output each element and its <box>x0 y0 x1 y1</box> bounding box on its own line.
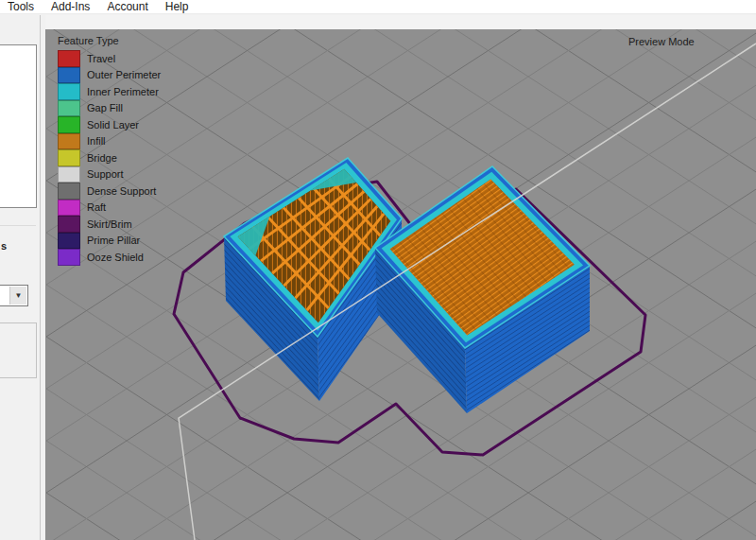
legend-label: Gap Fill <box>87 102 123 113</box>
feature-type-legend: Feature Type TravelOuter PerimeterInner … <box>58 35 161 266</box>
panel-splitter[interactable] <box>40 15 41 540</box>
legend-swatch <box>58 233 80 250</box>
legend-label: Inner Perimeter <box>87 86 159 97</box>
menu-item-account[interactable]: Account <box>107 0 147 14</box>
legend-item: Prime Pillar <box>58 233 161 250</box>
legend-label: Skirt/Brim <box>87 218 132 230</box>
legend-item: Gap Fill <box>58 100 161 117</box>
legend-label: Solid Layer <box>87 119 139 131</box>
legend-item: Ooze Shield <box>58 249 161 266</box>
legend-item: Skirt/Brim <box>58 216 161 233</box>
menu-item-tools[interactable]: Tools <box>8 0 34 14</box>
legend-item: Travel <box>58 50 161 67</box>
legend-label: Ooze Shield <box>87 252 144 263</box>
legend-swatch <box>58 116 80 133</box>
legend-swatch <box>58 183 80 200</box>
legend-swatch <box>58 200 80 217</box>
panel-label-fragment: s <box>1 240 7 252</box>
legend-swatch <box>58 166 80 183</box>
panel-divider <box>0 225 36 226</box>
menu-bar: Tools Add-Ins Account Help <box>0 0 756 14</box>
legend-item: Solid Layer <box>58 116 161 133</box>
legend-label: Infill <box>87 135 106 147</box>
legend-swatch <box>58 216 80 233</box>
legend-item: Dense Support <box>58 183 161 200</box>
legend-swatch <box>58 83 80 100</box>
viewport-canvas[interactable]: Feature Type TravelOuter PerimeterInner … <box>45 29 756 540</box>
legend-item: Inner Perimeter <box>58 83 161 100</box>
legend-label: Outer Perimeter <box>87 69 161 80</box>
model-listbox[interactable] <box>0 44 37 208</box>
legend-item: Outer Perimeter <box>58 67 161 84</box>
legend-swatch <box>58 67 80 84</box>
dropdown-arrow-button[interactable]: ▼ <box>9 287 26 305</box>
sidebar-panel: s ▼ <box>0 15 45 540</box>
legend-label: Dense Support <box>87 185 156 197</box>
legend-swatch <box>58 133 80 150</box>
legend-label: Bridge <box>87 152 117 164</box>
legend-label: Travel <box>87 53 115 64</box>
chevron-down-icon: ▼ <box>15 292 23 300</box>
legend-item: Bridge <box>58 149 161 166</box>
legend-title: Feature Type <box>58 35 161 46</box>
legend-swatch <box>58 149 80 166</box>
legend-item: Infill <box>58 133 161 150</box>
legend-label: Prime Pillar <box>87 235 140 246</box>
menu-item-addins[interactable]: Add-Ins <box>51 0 90 14</box>
process-dropdown[interactable]: ▼ <box>0 285 28 306</box>
preview-mode-label: Preview Mode <box>628 36 695 47</box>
legend-swatch <box>58 100 80 117</box>
legend-swatch <box>58 50 80 67</box>
legend-label: Raft <box>87 201 106 213</box>
menu-item-help[interactable]: Help <box>165 0 189 14</box>
toolbar-strip <box>0 15 756 29</box>
legend-item: Support <box>58 166 161 183</box>
legend-label: Support <box>87 168 124 180</box>
legend-swatch <box>58 249 80 266</box>
legend-item: Raft <box>58 200 161 217</box>
panel-groupbox <box>0 322 37 378</box>
